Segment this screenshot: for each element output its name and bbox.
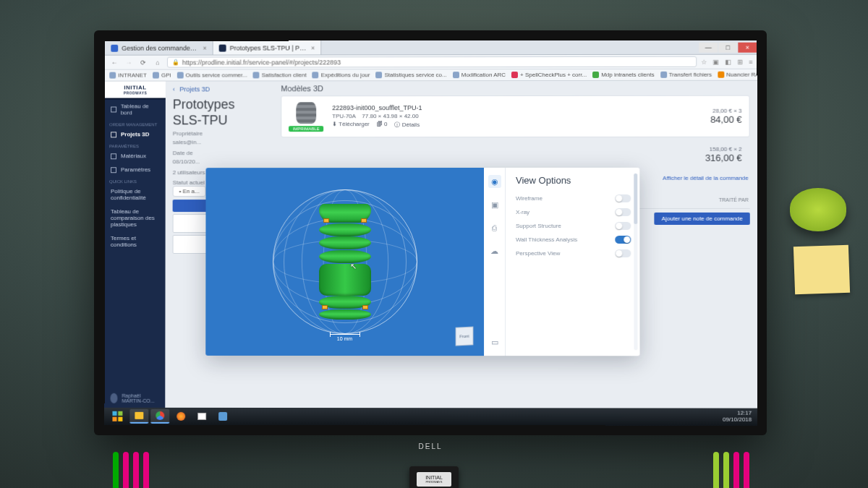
toggle[interactable]	[615, 222, 631, 230]
total-price: 84,00 €	[710, 114, 742, 125]
download-button[interactable]: ⬇ Télécharger	[332, 121, 370, 129]
taskbar-app-explorer[interactable]	[129, 409, 148, 424]
bookmark-item[interactable]: Transfert fichiers	[660, 72, 712, 78]
add-note-button[interactable]: Ajouter une note de commande	[655, 213, 750, 225]
link-icon	[312, 72, 319, 78]
url-field[interactable]: 🔒 https://prodline.initial.fr/service-pa…	[167, 56, 697, 68]
toggle[interactable]	[615, 194, 631, 202]
viewer-viewport[interactable]: ↖ 10 mm Front	[205, 168, 484, 356]
tab-close-icon[interactable]: ×	[203, 44, 206, 51]
chevron-left-icon: ‹	[173, 86, 175, 93]
sidebar-link-comparison[interactable]: Tableau de comparaison des plastiques	[105, 205, 166, 231]
scrollbar[interactable]	[634, 174, 637, 350]
sidebar-user[interactable]: Raphaël MARTIN-CO...	[105, 389, 166, 408]
layers-icon[interactable]: ▣	[488, 198, 501, 211]
nav-back-icon[interactable]: ←	[109, 57, 119, 67]
sidebar-link-privacy[interactable]: Politique de confidentialité	[105, 184, 166, 205]
taskbar-app-firefox[interactable]	[171, 409, 190, 424]
sidebar-item-materials[interactable]: Matériaux	[105, 149, 166, 163]
bookmark-item[interactable]: Satisfaction client	[253, 72, 307, 78]
eye-icon[interactable]: ◉	[488, 175, 501, 188]
menu-icon[interactable]: ≡	[749, 58, 752, 65]
url-text: https://prodline.initial.fr/service-pane…	[182, 59, 341, 66]
extension-icon[interactable]: ◧	[725, 58, 731, 65]
sticky-note-prop	[793, 245, 850, 295]
taskbar-app-generic[interactable]	[213, 409, 232, 424]
start-button[interactable]	[107, 409, 127, 424]
status-chip: • En a...	[173, 186, 206, 197]
window-minimize-icon[interactable]: —	[699, 42, 718, 52]
presentation-icon[interactable]: ▭	[488, 335, 501, 348]
folder-icon	[153, 72, 159, 79]
sidebar-link-terms[interactable]: Termes et conditions	[105, 231, 166, 252]
model-name: 222893-init000_soufflet_TPU-1	[332, 104, 422, 111]
unit-price: 28,00 € × 3	[710, 108, 742, 114]
link-icon	[592, 72, 599, 78]
bookmark-item[interactable]: Statistiques service co...	[376, 72, 447, 78]
toggle[interactable]	[615, 236, 631, 244]
nav-reload-icon[interactable]: ⟳	[138, 57, 148, 67]
browser-address-bar: ← → ⟳ ⌂ 🔒 https://prodline.initial.fr/se…	[105, 55, 757, 70]
tab-favicon-icon	[219, 44, 226, 51]
bookmarks-bar: INTRANET GPI Outils service commer... Sa…	[105, 69, 757, 82]
svg-rect-1	[118, 411, 122, 416]
browser-tab[interactable]: Prototypes SLS-TPU | Partner Serv... ×	[213, 40, 322, 54]
browser-tab[interactable]: Gestion des commandes 3Y... ×	[105, 41, 213, 55]
tab-close-icon[interactable]: ×	[311, 44, 315, 51]
nav-home-icon[interactable]: ⌂	[153, 57, 163, 67]
materials-icon	[111, 153, 116, 159]
breadcrumb[interactable]: ‹ Projets 3D	[166, 81, 268, 97]
system-clock[interactable]: 12:17 09/10/2018	[723, 411, 754, 424]
sidebar-item-settings[interactable]: Paramètres	[105, 163, 166, 176]
bookmark-item[interactable]: Modification ARC	[453, 72, 506, 78]
link-icon	[718, 72, 724, 78]
option-wall-thickness[interactable]: Wall Thickness Analysis	[516, 233, 631, 247]
star-icon[interactable]: ☆	[701, 58, 707, 65]
window-maximize-icon[interactable]: □	[718, 42, 737, 52]
total-price: 316,00 €	[705, 153, 742, 163]
tab-label: Prototypes SLS-TPU | Partner Serv...	[230, 44, 307, 51]
screen: Gestion des commandes 3Y... × Prototypes…	[104, 40, 757, 426]
dashboard-icon	[111, 106, 116, 112]
sidebar-item-dashboard[interactable]: Tableau de bord	[105, 99, 166, 119]
bookmark-item[interactable]: Expéditions du jour	[312, 72, 370, 78]
window-close-icon[interactable]: ×	[738, 42, 757, 52]
window-controls: — □ ×	[699, 42, 757, 52]
extension-icon[interactable]: ⊞	[737, 58, 743, 65]
qty-icon[interactable]: 🗐 0	[377, 121, 388, 129]
view-cube[interactable]: Front	[456, 327, 474, 346]
date-value: 08/10/20...	[173, 158, 261, 165]
mail-icon	[197, 413, 206, 420]
sidebar-item-projects[interactable]: Projets 3D	[105, 127, 166, 141]
tab-favicon-icon	[111, 44, 118, 51]
option-wireframe[interactable]: Wireframe	[516, 192, 631, 205]
bookmark-item[interactable]: + SpellCheckPlus + corr...	[511, 72, 587, 78]
option-perspective[interactable]: Perspective View	[516, 247, 631, 260]
svg-rect-2	[112, 417, 116, 421]
link-icon	[376, 72, 383, 78]
bookmark-item[interactable]: Mdp intranets clients	[592, 72, 655, 78]
bookmark-item[interactable]: GPI	[153, 72, 171, 79]
bookmark-item[interactable]: Outils service commer...	[177, 72, 247, 78]
extension-icon[interactable]: ▣	[712, 58, 719, 65]
details-button[interactable]: ⓘ Détails	[394, 121, 420, 129]
model-row[interactable]: IMPRIMABLE 222893-init000_soufflet_TPU-1…	[281, 95, 749, 137]
viewer-toolbar: ◉ ▣ ⎙ ☁ ▭	[484, 168, 506, 356]
taskbar-app-mail[interactable]	[192, 409, 211, 424]
link-icon	[253, 72, 260, 78]
bookmark-item[interactable]: Nuancier RAL	[718, 72, 757, 78]
model-row[interactable]: 158,00 € × 2 316,00 €	[281, 141, 749, 168]
app-logo[interactable]: INITIAL PRODWAYS	[105, 82, 166, 100]
taskbar-app-chrome[interactable]	[150, 409, 169, 424]
option-xray[interactable]: X-ray	[516, 205, 631, 219]
toggle[interactable]	[615, 208, 631, 216]
nav-forward-icon[interactable]: →	[124, 57, 134, 67]
gear-icon	[111, 167, 116, 173]
toggle[interactable]	[615, 249, 631, 257]
bookmark-item[interactable]: INTRANET	[109, 72, 147, 79]
cloud-icon[interactable]: ☁	[488, 244, 501, 257]
projects-icon	[111, 132, 116, 137]
date-label: Date de	[173, 150, 261, 156]
option-support[interactable]: Support Structure	[516, 219, 631, 233]
print-icon[interactable]: ⎙	[488, 221, 501, 234]
